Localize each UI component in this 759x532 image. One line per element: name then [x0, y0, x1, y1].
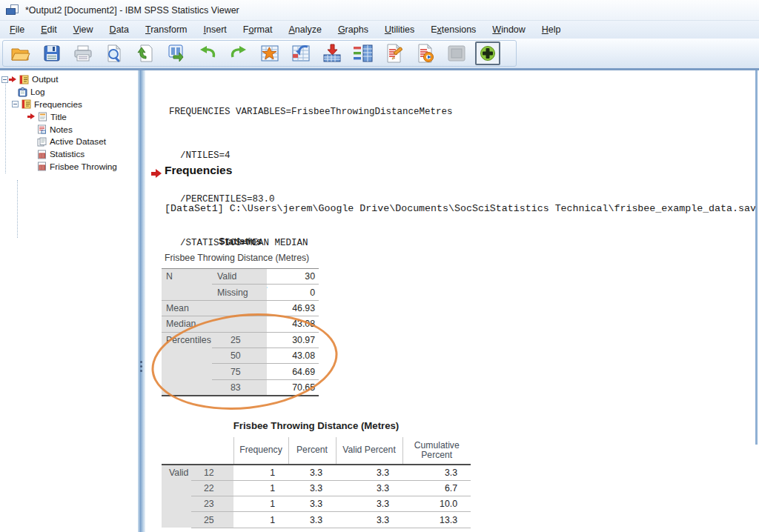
red-pointer-icon: [27, 113, 36, 120]
spss-viewer-window: *Output2 [Document2] - IBM SPSS Statisti…: [0, 0, 759, 532]
recall-dialogs-icon[interactable]: [133, 41, 158, 65]
menu-view[interactable]: View: [65, 21, 102, 39]
window-title: *Output2 [Document2] - IBM SPSS Statisti…: [25, 5, 239, 16]
table-row: N Valid 30: [162, 269, 319, 285]
column-header: Valid Percent: [336, 437, 402, 465]
toolbar: [0, 39, 759, 70]
column-header: Cumulative Percent: [402, 437, 471, 465]
statistics-table-icon: [37, 150, 47, 159]
tree-item-notes[interactable]: Notes: [0, 123, 138, 136]
tree-item-log[interactable]: Log: [0, 86, 138, 99]
log-icon: [18, 87, 27, 97]
table-header-row: Frequency Percent Valid Percent Cumulati…: [162, 437, 471, 465]
active-dataset-icon: [37, 137, 47, 147]
menu-format[interactable]: Format: [235, 21, 281, 39]
menu-transform[interactable]: Transform: [137, 21, 196, 39]
print-icon[interactable]: [70, 41, 96, 65]
toolbar-group: [2, 40, 517, 67]
variables-icon[interactable]: [351, 41, 376, 65]
print-preview-icon[interactable]: [102, 41, 127, 65]
collapse-icon[interactable]: [1, 76, 8, 83]
notes-icon: [37, 124, 47, 134]
menu-window[interactable]: Window: [484, 21, 533, 39]
table-row: Valid 12 1 3.3 3.3 3.3: [162, 465, 471, 480]
menu-utilities[interactable]: Utilities: [377, 21, 422, 39]
tree-item-statistics[interactable]: Statistics: [0, 148, 138, 161]
pane-splitter[interactable]: [138, 70, 145, 532]
splitter-grip[interactable]: [140, 361, 142, 374]
table-row: Missing 0: [162, 285, 319, 300]
frequency-table-icon: [37, 162, 47, 171]
frequency-table[interactable]: Frequency Percent Valid Percent Cumulati…: [162, 437, 471, 528]
output-pane[interactable]: FREQUENCIES VARIABLES=FrisbeeThrowingDis…: [145, 70, 759, 532]
table-row: 23 1 3.3 3.3 10.0: [162, 496, 471, 512]
tree-item-title[interactable]: Title: [0, 110, 138, 123]
frequency-table-title: Frisbee Throwing Distance (Metres): [162, 420, 471, 431]
statistics-table-subtitle: Frisbee Throwing Distance (Metres): [165, 253, 309, 263]
tree-guide-line: [5, 81, 6, 173]
table-row: 25 1 3.3 3.3 13.3: [162, 512, 471, 528]
tree-guide-line: [17, 180, 18, 238]
tree-item-output[interactable]: Output: [0, 73, 138, 86]
title-doc-icon: [38, 112, 47, 122]
menu-extensions[interactable]: Extensions: [422, 21, 484, 39]
edit-output-icon[interactable]: [382, 41, 407, 65]
menu-graphs[interactable]: Graphs: [330, 21, 377, 39]
title-bar: *Output2 [Document2] - IBM SPSS Statisti…: [0, 0, 759, 21]
tree-item-frequencies[interactable]: Frequencies: [0, 99, 138, 111]
export-output-icon[interactable]: [164, 41, 189, 65]
menu-analyze[interactable]: Analyze: [280, 21, 329, 39]
menu-bar: File Edit View Data Transform Insert For…: [0, 21, 759, 39]
menu-insert[interactable]: Insert: [196, 21, 235, 39]
show-all-icon[interactable]: [475, 41, 500, 65]
redo-icon[interactable]: [226, 41, 251, 65]
collapse-icon[interactable]: [12, 101, 19, 107]
section-heading: Frequencies: [165, 164, 232, 177]
goto-data-icon[interactable]: [257, 41, 282, 65]
column-header: Percent: [288, 437, 336, 465]
undo-icon[interactable]: [195, 41, 220, 65]
statistics-table-title: Statistics: [162, 236, 319, 247]
outline-pane: Output Log Frequencies Title Notes: [0, 70, 138, 532]
save-icon[interactable]: [39, 41, 64, 65]
menu-help[interactable]: Help: [534, 21, 569, 39]
frequencies-book-icon: [21, 99, 31, 109]
menu-edit[interactable]: Edit: [33, 21, 65, 39]
tree-item-frisbee-throwing[interactable]: Frisbee Throwing: [0, 161, 138, 173]
inactive-icon: [444, 41, 469, 65]
menu-data[interactable]: Data: [102, 21, 137, 39]
app-icon: [6, 4, 19, 16]
column-header: Frequency: [233, 437, 288, 465]
window-right-border: [755, 70, 758, 445]
dataset-path: [DataSet1] C:\Users\jerem\Google Drive\D…: [165, 203, 756, 214]
goto-variable-icon[interactable]: [319, 41, 345, 65]
open-file-icon[interactable]: [8, 41, 33, 65]
goto-case-icon[interactable]: [288, 41, 314, 65]
run-script-icon[interactable]: [413, 41, 438, 65]
red-pointer-icon: [9, 76, 17, 83]
output-book-icon: [19, 75, 29, 84]
table-row: 22 1 3.3 3.3 6.7: [162, 480, 471, 496]
menu-file[interactable]: File: [1, 21, 33, 39]
tree-item-active-dataset[interactable]: Active Dataset: [0, 136, 138, 148]
